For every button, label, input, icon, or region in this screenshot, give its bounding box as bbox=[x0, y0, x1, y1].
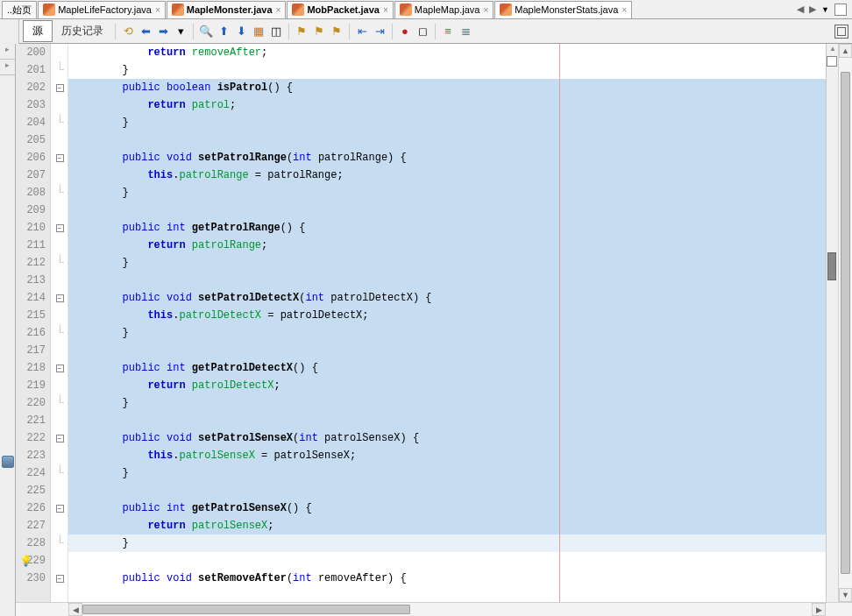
code-line[interactable]: } bbox=[68, 324, 826, 342]
code-line[interactable]: public int getPatrolSenseX() { bbox=[68, 499, 826, 517]
lightbulb-icon[interactable]: 💡 bbox=[19, 555, 32, 567]
fold-collapse-icon[interactable]: − bbox=[56, 365, 64, 372]
source-view-tab[interactable]: 源 bbox=[23, 20, 53, 42]
line-number[interactable]: 225 bbox=[16, 482, 51, 499]
fold-collapse-icon[interactable]: − bbox=[56, 505, 64, 513]
scroll-thumb[interactable] bbox=[841, 72, 850, 574]
maximize-icon[interactable] bbox=[834, 4, 847, 16]
line-number[interactable]: 201 bbox=[16, 61, 51, 79]
line-number[interactable]: 206 bbox=[16, 149, 51, 166]
line-number[interactable]: 210 bbox=[16, 219, 51, 237]
code-line[interactable]: } bbox=[68, 535, 826, 552]
error-stripe[interactable]: ▲ bbox=[826, 44, 838, 602]
prev-bookmark-icon[interactable]: ⚑ bbox=[294, 24, 309, 39]
code-line[interactable]: } bbox=[68, 464, 826, 482]
toggle-rect-icon[interactable]: ◫ bbox=[268, 24, 284, 39]
line-number[interactable]: 214 bbox=[16, 289, 51, 307]
error-stripe-mark[interactable] bbox=[827, 252, 836, 280]
code-line[interactable]: } bbox=[68, 184, 826, 202]
scroll-up-icon[interactable]: ▲ bbox=[839, 44, 852, 58]
tab-file-5[interactable]: MapleMonsterStats.java × bbox=[494, 1, 632, 18]
shift-left-icon[interactable]: ⇤ bbox=[354, 24, 370, 39]
fold-collapse-icon[interactable]: − bbox=[56, 154, 64, 162]
line-number[interactable]: 202 bbox=[16, 79, 51, 96]
scroll-down-icon[interactable]: ▼ bbox=[839, 588, 852, 602]
fold-collapse-icon[interactable]: − bbox=[56, 84, 64, 92]
code-editor[interactable]: return removeAfter; } public boolean isP… bbox=[68, 44, 826, 602]
code-line[interactable]: this.patrolRange = patrolRange; bbox=[68, 166, 826, 184]
line-number[interactable]: 211 bbox=[16, 237, 51, 254]
uncomment-icon[interactable]: ≣ bbox=[458, 24, 473, 39]
stripe-up-icon[interactable]: ▲ bbox=[829, 45, 836, 53]
code-line[interactable]: this.patrolDetectX = patrolDetectX; bbox=[68, 307, 826, 324]
code-line[interactable] bbox=[68, 412, 826, 429]
code-line[interactable]: } bbox=[68, 61, 826, 79]
line-number[interactable]: 215 bbox=[16, 307, 51, 324]
code-line[interactable] bbox=[68, 342, 826, 359]
line-number[interactable]: 207 bbox=[16, 166, 51, 184]
tab-file-1[interactable]: MapleLifeFactory.java × bbox=[38, 1, 166, 18]
side-collapse-icon[interactable]: ▸ bbox=[0, 44, 15, 54]
line-number[interactable]: 222 bbox=[16, 429, 51, 447]
close-icon[interactable]: × bbox=[483, 5, 488, 15]
side-collapse-icon[interactable]: ▸ bbox=[0, 60, 15, 70]
horizontal-scrollbar[interactable]: ◀ ▶ bbox=[16, 602, 852, 616]
close-icon[interactable]: × bbox=[276, 5, 281, 15]
code-line[interactable]: return removeAfter; bbox=[68, 44, 826, 61]
line-number[interactable]: 227 bbox=[16, 517, 51, 535]
fold-collapse-icon[interactable]: − bbox=[56, 294, 64, 302]
line-number[interactable]: 218 bbox=[16, 359, 51, 377]
tab-file-2[interactable]: MapleMonster.java × bbox=[167, 1, 287, 18]
line-number[interactable]: 212 bbox=[16, 254, 51, 272]
code-line[interactable] bbox=[68, 272, 826, 289]
find-prev-icon[interactable]: ⬆ bbox=[216, 24, 231, 39]
line-number[interactable]: 221 bbox=[16, 412, 51, 429]
code-line[interactable]: public void setPatrolDetectX(int patrolD… bbox=[68, 289, 826, 307]
line-number[interactable]: 216 bbox=[16, 324, 51, 342]
code-line[interactable] bbox=[68, 131, 826, 149]
macro-stop-icon[interactable]: ◻ bbox=[415, 24, 430, 39]
tab-list-dropdown-icon[interactable]: ▼ bbox=[821, 5, 829, 14]
code-line[interactable]: public int getPatrolDetectX() { bbox=[68, 359, 826, 377]
side-tool-icon[interactable] bbox=[2, 456, 14, 468]
find-selection-icon[interactable]: 🔍 bbox=[198, 24, 214, 39]
line-number[interactable]: 219 bbox=[16, 377, 51, 394]
vertical-scrollbar[interactable]: ▲ ▼ bbox=[838, 44, 852, 602]
code-line[interactable]: } bbox=[68, 114, 826, 131]
code-line[interactable]: public void setPatrolRange(int patrolRan… bbox=[68, 149, 826, 166]
code-line[interactable] bbox=[68, 202, 826, 219]
line-number[interactable]: 208 bbox=[16, 184, 51, 202]
code-line[interactable]: public void setRemoveAfter(int removeAft… bbox=[68, 570, 826, 587]
code-line[interactable]: return patrolRange; bbox=[68, 237, 826, 254]
tab-home[interactable]: ..始页 bbox=[2, 1, 37, 18]
line-number[interactable]: 209 bbox=[16, 202, 51, 219]
back-icon[interactable]: ⬅ bbox=[138, 24, 153, 39]
last-edit-icon[interactable]: ⟲ bbox=[120, 24, 136, 39]
history-view-tab[interactable]: 历史记录 bbox=[54, 21, 110, 41]
line-number[interactable]: 228 bbox=[16, 535, 51, 552]
line-number[interactable]: 230 bbox=[16, 570, 51, 587]
toggle-bookmark-icon[interactable]: ⚑ bbox=[329, 24, 344, 39]
scroll-thumb[interactable] bbox=[82, 605, 410, 614]
error-stripe-box[interactable] bbox=[827, 56, 837, 67]
scroll-right-icon[interactable]: ▶ bbox=[812, 603, 826, 616]
close-icon[interactable]: × bbox=[383, 5, 388, 15]
maximize-editor-icon[interactable] bbox=[834, 25, 848, 39]
close-icon[interactable]: × bbox=[621, 5, 627, 15]
code-line[interactable]: } bbox=[68, 254, 826, 272]
line-number[interactable]: 224 bbox=[16, 464, 51, 482]
line-number[interactable]: 200 bbox=[16, 44, 51, 61]
code-line[interactable]: public void setPatrolSenseX(int patrolSe… bbox=[68, 429, 826, 447]
code-line[interactable]: return patrol; bbox=[68, 96, 826, 114]
nav-back-icon[interactable]: ◀ bbox=[797, 4, 804, 15]
shift-right-icon[interactable]: ⇥ bbox=[372, 24, 387, 39]
line-number[interactable]: 223 bbox=[16, 447, 51, 464]
line-number[interactable]: 205 bbox=[16, 131, 51, 149]
nav-forward-icon[interactable]: ▶ bbox=[809, 4, 816, 15]
toggle-highlight-icon[interactable]: ▦ bbox=[251, 24, 266, 39]
code-line[interactable]: return patrolDetectX; bbox=[68, 377, 826, 394]
line-number[interactable]: 213 bbox=[16, 272, 51, 289]
find-next-icon[interactable]: ⬇ bbox=[233, 24, 249, 39]
line-number[interactable]: 220 bbox=[16, 394, 51, 412]
line-number[interactable]: 226 bbox=[16, 499, 51, 517]
